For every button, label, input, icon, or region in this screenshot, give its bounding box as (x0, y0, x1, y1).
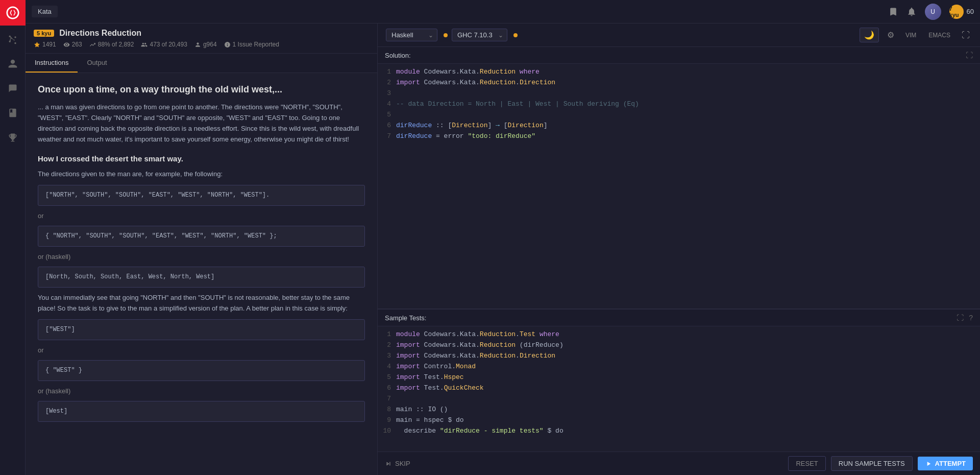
code-example-3: [North, South, South, East, West, North,… (38, 267, 365, 288)
lang-indicator-dot (444, 33, 448, 37)
code-line: 3import Codewars.Kata.Reduction.Directio… (378, 351, 980, 362)
info-icon (224, 41, 231, 48)
instructions-para3: You can immediatly see that going "NORTH… (38, 293, 365, 314)
expand-tests-btn[interactable]: ⛶ (957, 314, 964, 322)
sidebar-item-docs[interactable] (0, 101, 26, 125)
person-icon (194, 41, 201, 48)
sample-tests-icons: ⛶ ? (957, 314, 973, 322)
code-line: 9main = hspec $ do (378, 415, 980, 426)
settings-btn[interactable]: ⚙ (885, 28, 896, 42)
honor-count: 60 (967, 8, 974, 15)
code-line: 6dirReduce :: [Direction] → [Direction] (378, 121, 980, 131)
skip-btn[interactable]: SKIP (385, 460, 410, 467)
left-panel: 5 kyu Directions Reduction 1491 263 88% … (26, 23, 378, 475)
bookmark-icon-btn[interactable] (888, 7, 898, 17)
kyu-badge-small: 5 kyu (34, 30, 54, 37)
language-select-wrapper: Haskell JavaScript Python (386, 29, 437, 41)
kata-title: Directions Reduction (59, 29, 141, 38)
right-panel: Haskell JavaScript Python GHC 7.10.3 GHC… (378, 23, 980, 475)
tab-instructions[interactable]: Instructions (26, 54, 78, 73)
sidebar-nav (0, 28, 25, 475)
logo[interactable] (0, 0, 26, 26)
code-line: 4import Control.Monad (378, 362, 980, 372)
or-text-1: or (38, 211, 365, 222)
version-select-wrapper: GHC 7.10.3 GHC 8.x (452, 29, 507, 41)
avatar[interactable]: U (925, 4, 941, 20)
kata-title-row: 5 kyu Directions Reduction (34, 29, 369, 38)
instructions-heading1: Once upon a time, on a way through the o… (38, 83, 365, 96)
sample-tests-label: Sample Tests: (385, 314, 426, 322)
sidebar (0, 0, 26, 475)
notification-icon-btn[interactable] (906, 7, 917, 17)
code-line: 7 (378, 394, 980, 405)
content-row: 5 kyu Directions Reduction 1491 263 88% … (26, 23, 980, 475)
code-line: 1module Codewars.Kata.Reduction where (378, 67, 980, 78)
code-branch-icon (8, 34, 18, 44)
solution-editor[interactable]: 1module Codewars.Kata.Reduction where2im… (378, 64, 980, 308)
solutions-count: 473 of 20,493 (141, 41, 187, 48)
sidebar-item-trophy[interactable] (0, 126, 26, 149)
attempt-btn[interactable]: ATTEMPT (918, 457, 973, 470)
kata-header: 5 kyu Directions Reduction 1491 263 88% … (26, 23, 377, 54)
expand-solution-btn[interactable]: ⛶ (966, 51, 973, 59)
tab-bar: Instructions Output (26, 54, 377, 73)
code-line: 5import Test.Hspec (378, 372, 980, 383)
sample-tests-editor[interactable]: 1module Codewars.Kata.Reduction.Test whe… (378, 326, 980, 452)
instructions-heading2: How I crossed the desert the smart way. (38, 153, 365, 165)
views-count: 263 (63, 41, 82, 48)
chart-icon (89, 41, 96, 48)
instructions-para2: The directions given to the man are, for… (38, 169, 365, 180)
or-text-2: or (38, 345, 365, 356)
kata-meta: 1491 263 88% of 2,892 473 of 20,493 (34, 41, 369, 48)
or-haskell-2: or (haskell) (38, 386, 365, 397)
instructions-content[interactable]: Once upon a time, on a way through the o… (26, 73, 377, 475)
code-line: 1module Codewars.Kata.Reduction.Test whe… (378, 329, 980, 340)
kyu-badge: 7 kyu (949, 5, 964, 19)
sidebar-item-community[interactable] (0, 77, 26, 100)
star-icon (34, 41, 40, 48)
skip-icon (385, 460, 392, 467)
code-line: 7dirReduce = error "todo: dirReduce" (378, 131, 980, 142)
reset-btn[interactable]: RESET (788, 456, 825, 471)
play-icon (925, 460, 932, 467)
theme-toggle-btn[interactable]: 🌙 (860, 28, 879, 42)
code-example-1: ["NORTH", "SOUTH", "SOUTH", "EAST", "WES… (38, 185, 365, 206)
solution-label: Solution: (385, 52, 411, 59)
lang-bar: Haskell JavaScript Python GHC 7.10.3 GHC… (378, 23, 980, 47)
bell-icon (906, 7, 917, 17)
code-line: 10 describe "dirReduce - simple tests" $… (378, 426, 980, 437)
code-line: 2import Codewars.Kata.Reduction.Directio… (378, 78, 980, 88)
main-content: Kata U 7 kyu 60 (26, 0, 980, 475)
language-select[interactable]: Haskell JavaScript Python (386, 29, 437, 41)
comments-icon (8, 83, 18, 93)
code-example-5: { "WEST" } (38, 360, 365, 381)
version-select[interactable]: GHC 7.10.3 GHC 8.x (452, 29, 507, 41)
fullscreen-btn[interactable]: ⛶ (960, 29, 972, 42)
solution-header: Solution: ⛶ (378, 47, 980, 64)
sidebar-item-training[interactable] (0, 28, 26, 51)
issues: 1 Issue Reported (224, 41, 279, 48)
code-line: 6import Test.QuickCheck (378, 383, 980, 394)
language-selector-group: Haskell JavaScript Python GHC 7.10.3 GHC… (386, 29, 518, 41)
user-icon (8, 59, 18, 69)
top-bar-right: U 7 kyu 60 (888, 4, 974, 20)
kata-tab[interactable]: Kata (32, 6, 58, 17)
vim-mode-btn[interactable]: VIM (902, 30, 919, 40)
code-line: 5 (378, 110, 980, 121)
emacs-mode-btn[interactable]: EMACS (925, 30, 953, 40)
help-tests-btn[interactable]: ? (969, 314, 973, 322)
code-example-4: ["WEST"] (38, 319, 365, 340)
people-icon (141, 41, 148, 48)
bookmark-icon (888, 7, 898, 17)
run-sample-tests-btn[interactable]: RUN SAMPLE TESTS (831, 456, 913, 471)
stars-count: 1491 (34, 41, 56, 48)
sidebar-item-profile[interactable] (0, 52, 26, 76)
version-indicator-dot (513, 33, 518, 37)
action-bar: SKIP RESET RUN SAMPLE TESTS ATTEMPT (378, 452, 980, 475)
top-bar: Kata U 7 kyu 60 (26, 0, 980, 23)
or-haskell-1: or (haskell) (38, 252, 365, 263)
code-line: 3 (378, 88, 980, 99)
lang-bar-right: 🌙 ⚙ VIM EMACS ⛶ (860, 28, 972, 42)
completion-rate: 88% of 2,892 (89, 41, 134, 48)
tab-output[interactable]: Output (78, 54, 116, 73)
